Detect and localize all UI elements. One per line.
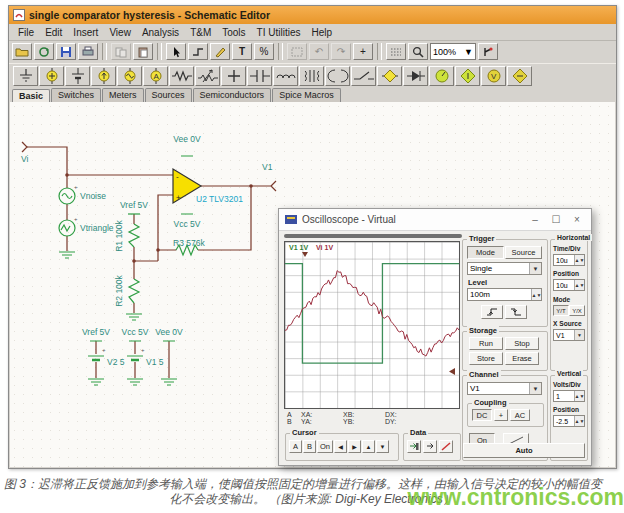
- trigger-mode-button[interactable]: Mode: [467, 246, 504, 259]
- coupled-inductor-icon[interactable]: [325, 66, 350, 86]
- scope-screen: V1 1V Vi 1V: [284, 241, 460, 409]
- switch-icon[interactable]: [351, 66, 376, 86]
- tab-meters[interactable]: Meters: [102, 88, 144, 102]
- falling-edge-button[interactable]: [505, 305, 527, 319]
- trigger-level-input[interactable]: 100m▲▼: [467, 288, 542, 301]
- menu-view[interactable]: View: [104, 26, 136, 39]
- dc-coupling-button[interactable]: DC: [472, 409, 492, 421]
- battery-icon[interactable]: [65, 66, 90, 86]
- minimize-button[interactable]: –: [527, 214, 543, 225]
- store-button[interactable]: Store: [469, 352, 503, 365]
- ac-coupling-button[interactable]: AC: [510, 409, 530, 421]
- chevron-down-icon: ▼: [574, 330, 584, 340]
- zoom-select[interactable]: 100%▼: [430, 43, 476, 60]
- wires[interactable]: [22, 142, 276, 378]
- diode-icon[interactable]: [403, 66, 428, 86]
- open-folder-icon[interactable]: [12, 43, 32, 60]
- transformer-icon[interactable]: [299, 66, 324, 86]
- app-titlebar[interactable]: single comparator hysteresis - Schematic…: [9, 6, 616, 24]
- select-region-icon[interactable]: [287, 43, 307, 60]
- print-icon[interactable]: [78, 43, 98, 60]
- volts-div-input[interactable]: 1▲▼: [553, 390, 585, 402]
- voltage-source-icon[interactable]: [39, 66, 64, 86]
- meter1-icon[interactable]: [429, 66, 454, 86]
- wire-icon[interactable]: [188, 43, 208, 60]
- pointer-icon[interactable]: [166, 43, 186, 60]
- resistor-icon[interactable]: [169, 66, 194, 86]
- save-icon[interactable]: [56, 43, 76, 60]
- interactive-mode-icon[interactable]: [478, 43, 498, 60]
- cursor-left-icon[interactable]: ◀: [334, 440, 347, 453]
- undo-icon[interactable]: ↶: [309, 43, 329, 60]
- run-button[interactable]: Run: [469, 337, 503, 350]
- cursor-on-button[interactable]: On: [317, 440, 333, 453]
- vtriangle-source[interactable]: [59, 220, 75, 236]
- ammeter-icon[interactable]: A: [143, 66, 168, 86]
- close-button[interactable]: ×: [569, 214, 585, 225]
- menu-ti-utilities[interactable]: TI Utilities: [252, 26, 306, 39]
- text-tool-icon[interactable]: T: [232, 43, 252, 60]
- yx-mode-button[interactable]: Y/X: [569, 305, 585, 316]
- menu-analysis[interactable]: Analysis: [137, 26, 184, 39]
- resistor-r1[interactable]: [129, 224, 139, 247]
- ground-icon[interactable]: [13, 66, 38, 86]
- resistor-r2[interactable]: [129, 279, 139, 303]
- channel-select[interactable]: V1▼: [467, 382, 542, 395]
- stop-button[interactable]: Stop: [505, 337, 539, 350]
- measure-icon[interactable]: %: [254, 43, 274, 60]
- erase-button[interactable]: Erase: [505, 352, 539, 365]
- time-div-input[interactable]: 10u▲▼: [553, 254, 585, 266]
- coupling-group: Coupling DC + AC: [467, 403, 544, 427]
- menu-edit[interactable]: Edit: [40, 26, 67, 39]
- export-data-icon[interactable]: [407, 440, 421, 453]
- current-source-icon[interactable]: [91, 66, 116, 86]
- cursor-b-button[interactable]: B: [303, 440, 316, 453]
- paste-icon[interactable]: [133, 43, 153, 60]
- redo-icon[interactable]: ↷: [331, 43, 351, 60]
- tab-basic[interactable]: Basic: [12, 89, 50, 103]
- voltage-generator-icon[interactable]: [117, 66, 142, 86]
- rising-edge-button[interactable]: [481, 305, 503, 319]
- h-position-input[interactable]: 10u▲▼: [553, 279, 585, 291]
- meter2-icon[interactable]: [455, 66, 480, 86]
- trigger-source-button[interactable]: Source: [505, 246, 542, 259]
- cursor-right-icon[interactable]: ▶: [348, 440, 361, 453]
- tab-sources[interactable]: Sources: [145, 88, 192, 102]
- gnd-coupling-button[interactable]: +: [494, 409, 508, 421]
- potentiometer-icon[interactable]: [195, 66, 220, 86]
- menu-tools[interactable]: Tools: [217, 26, 250, 39]
- meter4-icon[interactable]: [507, 66, 532, 86]
- meter3-icon[interactable]: V: [481, 66, 506, 86]
- copy-icon[interactable]: [111, 43, 131, 60]
- trimmer-icon[interactable]: [221, 66, 246, 86]
- cursor-up-icon[interactable]: ▲: [362, 440, 375, 453]
- tab-spice-macros[interactable]: Spice Macros: [272, 88, 341, 102]
- x-source-select[interactable]: V1▼: [553, 329, 585, 341]
- maximize-button[interactable]: ☐: [548, 214, 564, 225]
- scope-position-slider[interactable]: [284, 234, 462, 238]
- tab-semiconductors[interactable]: Semiconductors: [193, 88, 272, 102]
- menu-tm[interactable]: T&M: [185, 26, 216, 39]
- grid-icon[interactable]: [386, 43, 406, 60]
- magnifier-icon[interactable]: [408, 43, 428, 60]
- menu-file[interactable]: File: [13, 26, 39, 39]
- import-data-icon[interactable]: [423, 440, 437, 453]
- v-position-input[interactable]: -2.5▲▼: [553, 415, 585, 427]
- capacitor-icon[interactable]: [247, 66, 272, 86]
- clear-data-icon[interactable]: [439, 440, 453, 453]
- cursor-marker-icon[interactable]: [449, 368, 455, 375]
- auto-button[interactable]: Auto: [463, 443, 585, 458]
- refresh-icon[interactable]: [34, 43, 54, 60]
- cursor-down-icon[interactable]: ▼: [376, 440, 389, 453]
- cursor-a-button[interactable]: A: [289, 440, 302, 453]
- controlled-source-icon[interactable]: [377, 66, 402, 86]
- pencil-icon[interactable]: [210, 43, 230, 60]
- menu-help[interactable]: Help: [307, 26, 338, 39]
- menu-insert[interactable]: Insert: [68, 26, 103, 39]
- zoom-in-icon[interactable]: +: [353, 43, 373, 60]
- tab-switches[interactable]: Switches: [51, 88, 101, 102]
- inductor-icon[interactable]: [273, 66, 298, 86]
- scope-titlebar[interactable]: Oscilloscope - Virtual – ☐ ×: [279, 209, 591, 231]
- trigger-type-select[interactable]: Single▼: [467, 262, 542, 275]
- yt-mode-button[interactable]: Y/T: [553, 305, 569, 316]
